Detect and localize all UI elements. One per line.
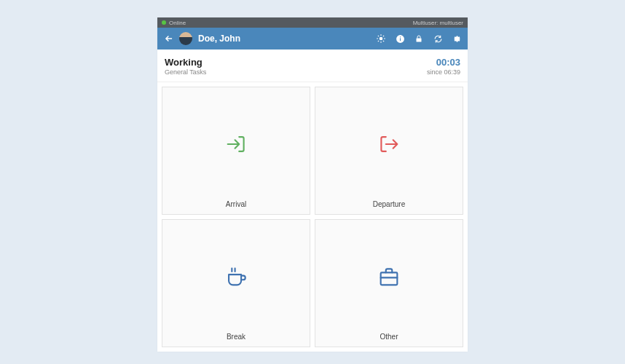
other-tile[interactable]: Other bbox=[315, 219, 463, 347]
svg-line-8 bbox=[383, 36, 384, 36]
arrival-label: Arrival bbox=[226, 200, 246, 214]
refresh-icon bbox=[433, 34, 443, 44]
other-label: Other bbox=[380, 333, 398, 347]
action-grid: Arrival Departure Break bbox=[157, 82, 468, 352]
departure-icon bbox=[377, 132, 401, 157]
briefcase-icon bbox=[377, 264, 401, 289]
info-button[interactable] bbox=[395, 33, 405, 44]
svg-rect-13 bbox=[381, 272, 398, 285]
arrival-icon bbox=[224, 132, 248, 157]
online-status-text: Online bbox=[169, 20, 186, 26]
lock-button[interactable] bbox=[414, 33, 424, 44]
svg-rect-12 bbox=[417, 39, 422, 42]
arrow-left-icon bbox=[164, 33, 174, 44]
status-since: since 06:39 bbox=[427, 68, 460, 76]
arrival-tile[interactable]: Arrival bbox=[162, 87, 310, 215]
back-button[interactable] bbox=[163, 33, 175, 44]
online-indicator-icon bbox=[162, 20, 166, 25]
app-header: Doe, John bbox=[157, 28, 468, 50]
coffee-icon bbox=[224, 264, 248, 289]
settings-button[interactable] bbox=[452, 33, 462, 44]
refresh-button[interactable] bbox=[433, 33, 443, 44]
gear-icon bbox=[452, 34, 462, 44]
user-name: Doe, John bbox=[198, 33, 376, 44]
lock-icon bbox=[414, 34, 423, 43]
svg-rect-11 bbox=[399, 36, 400, 37]
svg-line-6 bbox=[383, 41, 384, 41]
status-title: Working bbox=[165, 57, 206, 68]
status-subtitle: General Tasks bbox=[165, 68, 206, 76]
info-icon bbox=[396, 34, 405, 44]
svg-point-0 bbox=[380, 37, 383, 41]
departure-tile[interactable]: Departure bbox=[315, 87, 463, 215]
system-topbar: Online Multiuser: multiuser bbox=[157, 17, 468, 28]
multiuser-label: Multiuser: multiuser bbox=[413, 20, 463, 26]
break-tile[interactable]: Break bbox=[162, 219, 310, 347]
break-label: Break bbox=[227, 333, 245, 347]
avatar bbox=[179, 32, 192, 45]
svg-line-7 bbox=[378, 41, 379, 41]
departure-label: Departure bbox=[373, 200, 405, 214]
svg-rect-10 bbox=[399, 38, 400, 41]
sun-icon bbox=[376, 33, 386, 44]
status-timer: 00:03 bbox=[427, 57, 460, 68]
app-window: Online Multiuser: multiuser Doe, John bbox=[157, 17, 468, 352]
svg-line-5 bbox=[378, 36, 379, 36]
status-strip: Working General Tasks 00:03 since 06:39 bbox=[157, 50, 468, 82]
brightness-button[interactable] bbox=[376, 33, 386, 44]
